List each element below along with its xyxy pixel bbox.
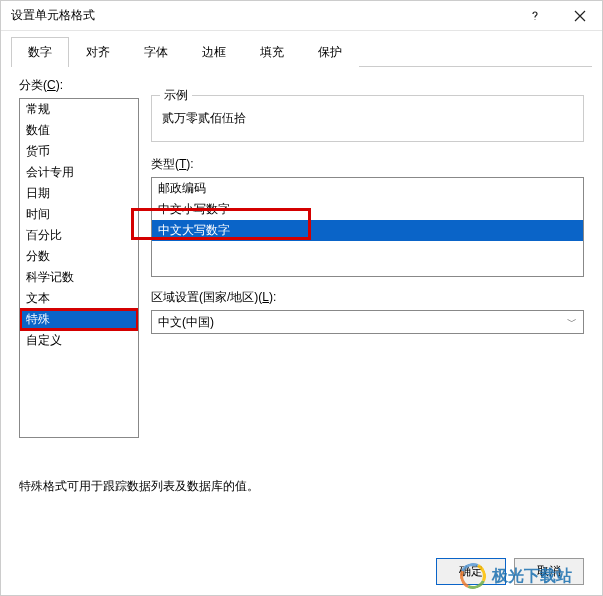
type-label: 类型(T):: [151, 156, 584, 173]
cancel-button[interactable]: 取消: [514, 558, 584, 585]
sample-value: 贰万零贰佰伍拾: [162, 110, 573, 127]
category-item[interactable]: 百分比: [20, 225, 138, 246]
category-item[interactable]: 分数: [20, 246, 138, 267]
tab-font[interactable]: 字体: [127, 37, 185, 67]
format-cells-dialog: 设置单元格格式 数字 对齐 字体 边框 填充 保护 分类(C): 常规数值货币会…: [0, 0, 603, 596]
type-item[interactable]: 邮政编码: [152, 178, 583, 199]
category-listbox[interactable]: 常规数值货币会计专用日期时间百分比分数科学记数文本特殊自定义: [19, 98, 139, 438]
sample-title: 示例: [160, 87, 192, 104]
locale-value: 中文(中国): [158, 314, 214, 331]
tab-border[interactable]: 边框: [185, 37, 243, 67]
help-button[interactable]: [512, 1, 557, 31]
category-item[interactable]: 日期: [20, 183, 138, 204]
category-label: 分类(C):: [19, 77, 139, 94]
footer: 极光下载站 确定 取消: [1, 548, 602, 595]
chevron-down-icon: ﹀: [567, 315, 577, 329]
category-item[interactable]: 科学记数: [20, 267, 138, 288]
hint-text: 特殊格式可用于跟踪数据列表及数据库的值。: [19, 478, 584, 495]
category-item[interactable]: 货币: [20, 141, 138, 162]
dialog-title: 设置单元格格式: [11, 7, 512, 24]
close-button[interactable]: [557, 1, 602, 31]
category-item[interactable]: 会计专用: [20, 162, 138, 183]
category-item[interactable]: 常规: [20, 99, 138, 120]
tab-fill[interactable]: 填充: [243, 37, 301, 67]
locale-label: 区域设置(国家/地区)(L):: [151, 289, 584, 306]
category-item[interactable]: 时间: [20, 204, 138, 225]
titlebar: 设置单元格格式: [1, 1, 602, 31]
tab-bar: 数字 对齐 字体 边框 填充 保护: [11, 36, 592, 67]
category-item[interactable]: 特殊: [20, 309, 138, 330]
category-item[interactable]: 数值: [20, 120, 138, 141]
type-listbox[interactable]: 邮政编码中文小写数字中文大写数字: [151, 177, 584, 277]
locale-select[interactable]: 中文(中国) ﹀: [151, 310, 584, 334]
content-area: 分类(C): 常规数值货币会计专用日期时间百分比分数科学记数文本特殊自定义 . …: [1, 67, 602, 548]
tab-number[interactable]: 数字: [11, 37, 69, 67]
type-item[interactable]: 中文大写数字: [152, 220, 583, 241]
category-item[interactable]: 文本: [20, 288, 138, 309]
sample-box: 示例 贰万零贰佰伍拾: [151, 95, 584, 142]
tab-alignment[interactable]: 对齐: [69, 37, 127, 67]
tab-protection[interactable]: 保护: [301, 37, 359, 67]
category-item[interactable]: 自定义: [20, 330, 138, 351]
type-item[interactable]: 中文小写数字: [152, 199, 583, 220]
ok-button[interactable]: 确定: [436, 558, 506, 585]
